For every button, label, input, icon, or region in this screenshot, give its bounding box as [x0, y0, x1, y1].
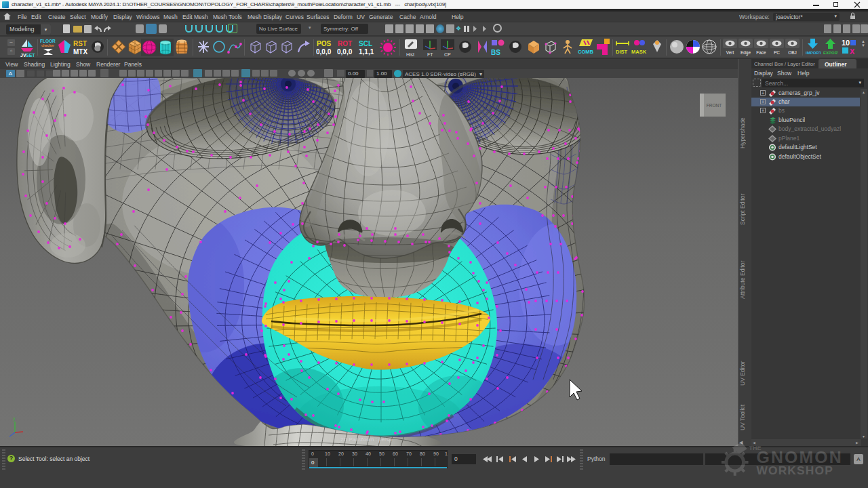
svg-text:RST: RST [73, 40, 87, 47]
svg-text:SET: SET [26, 53, 35, 58]
svg-text:CP: CP [444, 52, 451, 57]
svg-text:FLOOR: FLOOR [40, 39, 56, 43]
svg-text:X: X [850, 47, 855, 56]
svg-text:Hist: Hist [406, 52, 414, 57]
svg-text:Vert: Vert [726, 50, 734, 55]
svg-text:1,1,1: 1,1,1 [359, 48, 374, 56]
svg-text:WORKSHOP: WORKSHOP [756, 464, 833, 477]
svg-text:10: 10 [842, 39, 850, 47]
svg-text:BS: BS [491, 49, 500, 56]
svg-text:EXPORT: EXPORT [823, 51, 838, 55]
svg-text:POS: POS [317, 40, 331, 47]
svg-text:PC: PC [774, 50, 780, 55]
svg-text:SCL: SCL [359, 40, 372, 47]
svg-text:MTX: MTX [73, 48, 87, 56]
svg-text:MASK: MASK [631, 49, 647, 55]
svg-text:Edge: Edge [741, 50, 751, 56]
svg-text:checker: checker [41, 43, 54, 47]
svg-text:ROT: ROT [338, 40, 352, 47]
svg-text:FT: FT [427, 52, 433, 57]
svg-text:OBJ: OBJ [788, 50, 797, 55]
svg-text:0,0,0: 0,0,0 [316, 48, 332, 56]
svg-text:0,0,0: 0,0,0 [337, 48, 353, 56]
svg-text:y: y [13, 416, 16, 422]
svg-text:DIST: DIST [616, 49, 628, 55]
svg-text:COMB: COMB [578, 49, 593, 55]
svg-text:2D Pan/Zoom : persp: 2D Pan/Zoom : persp [340, 436, 393, 443]
svg-text:FRONT: FRONT [707, 103, 722, 108]
svg-text:IMPORT: IMPORT [806, 51, 821, 55]
svg-text:Face: Face [756, 50, 766, 55]
